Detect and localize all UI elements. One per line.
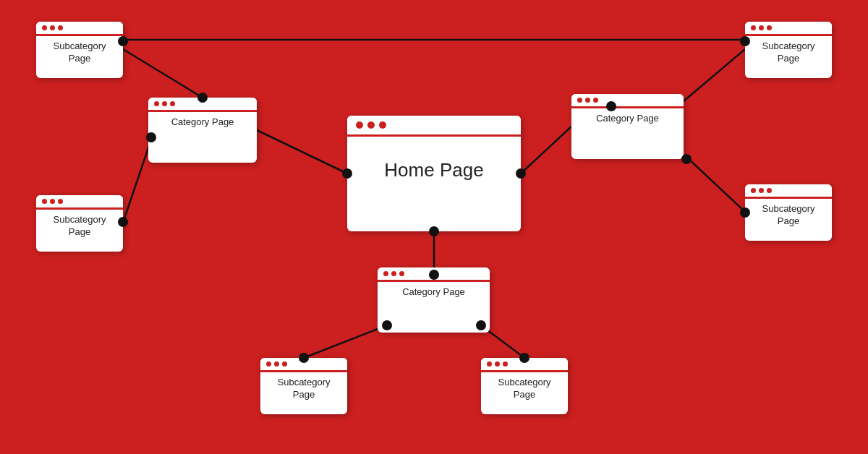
diagram-container: Home Page Category Page Category Page <box>0 0 868 454</box>
node-dot-home-bottom <box>429 226 439 236</box>
dot2 <box>50 199 55 204</box>
header-dot-3 <box>379 121 386 129</box>
node-dot-sub-mr-left <box>740 207 750 218</box>
node-dot-sub-ml-right <box>118 217 128 227</box>
node-dot-cat-left-left <box>146 132 156 142</box>
sub-tr-body: SubcategoryPage <box>745 36 832 69</box>
home-page-card: Home Page <box>347 116 521 231</box>
sub-mr-body: SubcategoryPage <box>745 199 832 232</box>
node-dot-sub-bl-top <box>299 353 309 363</box>
dot3 <box>58 199 63 204</box>
dot1 <box>266 361 271 367</box>
node-dot-cat-left-top <box>197 93 208 103</box>
svg-line-3 <box>123 49 203 98</box>
sub-mid-right-card: SubcategoryPage <box>745 184 832 241</box>
dot1 <box>42 199 47 204</box>
dot3 <box>58 25 63 30</box>
sub-tl-body: SubcategoryPage <box>36 36 123 69</box>
sub-br-body: SubcategoryPage <box>481 372 568 406</box>
cat-bottom-body: Category Page <box>378 282 490 303</box>
sub-bot-left-card: SubcategoryPage <box>260 358 347 414</box>
dot3 <box>767 188 772 193</box>
category-page-left: Category Page <box>148 98 257 163</box>
dot2 <box>495 361 500 367</box>
sub-top-left-card: SubcategoryPage <box>36 22 123 78</box>
dot3 <box>399 271 404 276</box>
svg-line-4 <box>123 137 152 223</box>
cat-left-body: Category Page <box>148 112 257 133</box>
dot2 <box>391 271 396 276</box>
dot3 <box>170 101 175 106</box>
node-dot-home-right <box>516 168 526 179</box>
dot2 <box>162 101 167 106</box>
home-label: Home Page <box>384 159 483 181</box>
dot2 <box>274 361 279 367</box>
sub-bl-body: SubcategoryPage <box>260 372 347 406</box>
dot3 <box>767 25 772 30</box>
cat-left-label: Category Page <box>171 116 234 127</box>
sub-tl-header <box>36 22 123 36</box>
svg-line-1 <box>521 127 571 174</box>
dot2 <box>50 25 55 30</box>
dot3 <box>593 98 598 103</box>
dot1 <box>383 271 388 276</box>
node-dot-cat-bottom-top <box>429 270 439 280</box>
dot1 <box>42 25 47 30</box>
home-card-header <box>347 116 521 137</box>
node-dot-home-left <box>342 168 352 179</box>
category-page-right: Category Page <box>571 94 684 159</box>
dot2 <box>585 98 590 103</box>
dot1 <box>487 361 492 367</box>
dot1 <box>577 98 582 103</box>
sub-ml-body: SubcategoryPage <box>36 210 123 243</box>
header-dot-1 <box>356 121 363 129</box>
header-dot-2 <box>367 121 375 129</box>
svg-line-7 <box>304 325 387 358</box>
dot1 <box>154 101 159 106</box>
node-dot-cat-bottom-right <box>476 320 486 330</box>
dot3 <box>503 361 508 367</box>
sub-tr-header <box>745 22 832 36</box>
svg-line-0 <box>257 130 347 174</box>
sub-ml-header <box>36 195 123 210</box>
cat-right-body: Category Page <box>571 108 684 129</box>
node-dot-cat-bottom-left <box>382 320 392 330</box>
dot1 <box>751 188 756 193</box>
node-dot-cat-right-bottom <box>681 154 692 164</box>
dot3 <box>282 361 287 367</box>
dot2 <box>759 188 764 193</box>
svg-line-6 <box>687 158 745 212</box>
cat-right-header <box>571 94 684 108</box>
dot1 <box>751 25 756 30</box>
sub-mr-header <box>745 184 832 199</box>
node-dot-sub-tr-left <box>740 36 750 46</box>
node-dot-cat-right-top <box>606 101 616 111</box>
node-dot-sub-tl-right <box>118 36 128 46</box>
svg-line-5 <box>684 49 745 101</box>
dot2 <box>759 25 764 30</box>
cat-right-label: Category Page <box>596 113 659 124</box>
sub-top-right-card: SubcategoryPage <box>745 22 832 78</box>
home-card-body: Home Page <box>347 137 521 189</box>
sub-bot-right-card: SubcategoryPage <box>481 358 568 414</box>
cat-bottom-label: Category Page <box>402 286 465 297</box>
node-dot-sub-br-top <box>519 353 529 363</box>
sub-mid-left-card: SubcategoryPage <box>36 195 123 252</box>
